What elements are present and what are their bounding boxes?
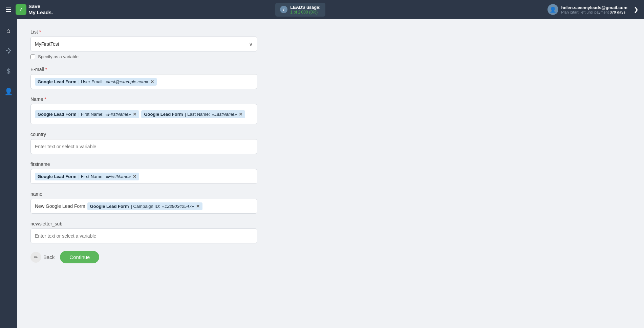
dropdown-arrow-icon: ∨ [249,41,253,47]
name2-tag-0: Google Lead Form | Campaign ID: «1229034… [87,202,202,210]
firstname-field-input[interactable]: Google Lead Form | First Name: «FirstNam… [30,169,257,184]
hamburger-icon[interactable]: ☰ [5,5,12,14]
back-pencil-icon: ✏ [30,252,41,263]
name2-field-group: name New Google Lead Form Google Lead Fo… [30,191,267,214]
topnav-right: 👤 helen.savemyleads@gmail.com Plan |Star… [548,4,639,15]
firstname-tag-0: Google Lead Form | First Name: «FirstNam… [35,173,139,180]
newsletter-field-label: newsletter_sub [30,221,267,226]
svg-line-5 [9,49,10,50]
topnav-left: ☰ ✓ Save My Leads. [5,3,53,16]
newsletter-field-group: newsletter_sub [30,221,267,243]
email-field-input[interactable]: Google Lead Form | User Email: «test@exa… [30,74,257,89]
svg-rect-1 [8,48,9,49]
logo: ✓ Save My Leads. [16,3,53,16]
user-plan: Plan |Start| left until payment 379 days [561,10,627,14]
topnav: ☰ ✓ Save My Leads. i LEADS usage: 1 of 2… [0,0,644,19]
country-field-label: country [30,132,267,137]
list-required-marker: * [39,29,41,35]
name-field-label: Name * [30,96,267,102]
main-layout: ⌂ $ 👤 List * MyFi [0,19,644,328]
email-field-group: E-mail * Google Lead Form | User Email: … [30,67,267,89]
name2-tag-0-close[interactable]: ✕ [196,204,200,209]
svg-rect-3 [10,50,11,51]
email-tag-0: Google Lead Form | User Email: «test@exa… [35,78,157,86]
firstname-tag-0-close[interactable]: ✕ [133,174,136,179]
name2-field-input[interactable]: New Google Lead Form Google Lead Form | … [30,199,257,214]
name-tag-0-close[interactable]: ✕ [133,112,136,117]
sidebar-item-home[interactable]: ⌂ [2,24,15,37]
right-panel [475,19,644,328]
logo-text: Save My Leads. [28,3,53,16]
user-email: helen.savemyleads@gmail.com [561,5,627,10]
list-field-group: List * MyFirstTest ∨ Specify as a variab… [30,29,267,59]
name2-field-label: name [30,191,267,197]
list-field-label: List * [30,29,267,35]
leads-usage-label: LEADS usage: [290,5,321,10]
list-dropdown[interactable]: MyFirstTest ∨ [30,37,257,51]
email-required-marker: * [45,67,47,72]
name-required-marker: * [44,96,46,102]
info-icon: i [280,6,287,13]
back-button[interactable]: ✏ Back [30,252,55,263]
buttons-row: ✏ Back Continue [30,251,267,263]
content-area: List * MyFirstTest ∨ Specify as a variab… [17,19,475,328]
list-dropdown-value: MyFirstTest [35,41,59,47]
svg-rect-2 [8,52,9,53]
firstname-field-label: firstname [30,161,267,167]
newsletter-input[interactable] [35,233,253,239]
user-info: 👤 helen.savemyleads@gmail.com Plan |Star… [548,4,627,15]
sidebar-item-account[interactable]: 👤 [2,85,15,97]
email-field-label: E-mail * [30,67,267,72]
svg-line-6 [9,51,10,53]
form-section: List * MyFirstTest ∨ Specify as a variab… [30,29,267,263]
logo-icon: ✓ [16,4,26,15]
specify-variable-checkbox[interactable] [30,54,35,59]
sidebar: ⌂ $ 👤 [0,19,17,328]
name-tag-0: Google Lead Form | First Name: «FirstNam… [35,110,139,118]
name-field-input[interactable]: Google Lead Form | First Name: «FirstNam… [30,104,257,124]
newsletter-field-input[interactable] [30,228,257,243]
specify-variable-label[interactable]: Specify as a variable [38,54,79,59]
specify-variable-row: Specify as a variable [30,54,267,59]
firstname-field-group: firstname Google Lead Form | First Name:… [30,161,267,184]
leads-usage-count: 1 of 2'000 (0%) [290,10,321,15]
name2-plain-text: New Google Lead Form [35,203,85,209]
continue-button[interactable]: Continue [60,251,99,263]
leads-usage: i LEADS usage: 1 of 2'000 (0%) [275,3,325,17]
svg-rect-0 [6,50,7,51]
user-avatar: 👤 [548,4,558,15]
topnav-center: i LEADS usage: 1 of 2'000 (0%) [275,3,325,17]
email-tag-0-close[interactable]: ✕ [150,79,154,84]
name-field-group: Name * Google Lead Form | First Name: «F… [30,96,267,124]
sidebar-item-billing[interactable]: $ [2,65,15,77]
chevron-down-icon[interactable]: ❯ [634,6,639,13]
country-field-group: country [30,132,267,154]
country-input[interactable] [35,144,253,149]
name-tag-1: Google Lead Form | Last Name: «LastName»… [141,110,245,118]
country-field-input[interactable] [30,139,257,154]
name-tag-1-close[interactable]: ✕ [239,112,242,117]
sidebar-item-connections[interactable] [2,45,15,57]
